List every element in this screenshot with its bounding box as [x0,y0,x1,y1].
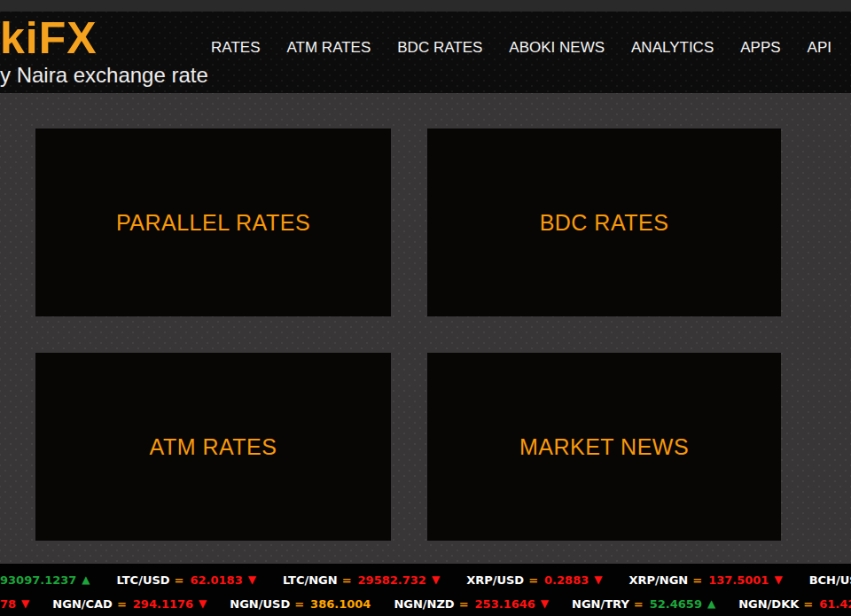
card-label: PARALLEL RATES [116,210,310,236]
pair-label: NGN/CAD [52,592,113,616]
ticker-item-xrp-usd: XRP/USD = 0.2883 ▼ [466,568,602,592]
card-atm-rates[interactable]: ATM RATES [35,353,391,541]
rate-value: 52.4659 [650,592,702,616]
equals-sign: = [459,592,469,616]
main-nav: RATES ATM RATES BDC RATES ABOKI NEWS ANA… [211,36,831,59]
equals-sign: = [803,592,813,616]
ticker-item-ngn-usd: NGN/USD = 386.1004 [230,592,371,616]
site-logo[interactable]: kiFX [0,13,98,63]
pair-label: NGN/NZD [394,592,454,616]
nav-item-analytics[interactable]: ANALYTICS [631,36,714,59]
nav-item-rates[interactable]: RATES [211,36,260,59]
equals-sign: = [634,592,644,616]
card-label: MARKET NEWS [519,434,689,460]
ticker-item-xrp-ngn: XRP/NGN = 137.5001 ▼ [628,568,782,592]
header: kiFX y Naira exchange rate RATES ATM RAT… [0,12,851,93]
rate-value: 386.1004 [310,592,371,616]
rate-value: 137.5001 [708,568,769,592]
equals-sign: = [175,568,184,592]
rates-ticker: 93097.1237 ▲ LTC/USD = 62.0183 ▼ LTC/NGN… [0,564,851,616]
card-parallel-rates[interactable]: PARALLEL RATES [35,129,391,316]
down-arrow-icon: ▼ [774,568,782,592]
rate-value: 78 [0,592,16,616]
down-arrow-icon: ▼ [21,592,29,616]
ticker-row-2: 78 ▼ NGN/CAD = 294.1176 ▼ NGN/USD = 386.… [0,592,851,616]
nav-item-apps[interactable]: APPS [740,36,780,59]
rate-value: 93097.1237 [0,568,76,592]
rate-value: 62.0183 [191,568,243,592]
rate-value: 0.2883 [544,568,589,592]
pair-label: LTC/NGN [283,568,338,592]
main-content: PARALLEL RATES BDC RATES ATM RATES MARKE… [0,93,851,564]
equals-sign: = [294,592,304,616]
nav-item-aboki-news[interactable]: ABOKI NEWS [509,36,605,59]
ticker-item-ngn-nzd: NGN/NZD = 253.1646 ▼ [394,592,549,616]
ticker-item-partial: 93097.1237 ▲ [0,568,90,592]
ticker-item-bch-usd: BCH/USD = [809,568,851,592]
down-arrow-icon: ▼ [199,592,207,616]
site-tagline: y Naira exchange rate [0,63,208,88]
down-arrow-icon: ▼ [432,568,440,592]
down-arrow-icon: ▼ [541,592,549,616]
rate-value: 253.1646 [475,592,535,616]
pair-label: NGN/USD [230,592,290,616]
down-arrow-icon: ▼ [594,568,602,592]
equals-sign: = [528,568,538,592]
ticker-item-ngn-dkk: NGN/DKK = 61.4251 ▼ [738,592,851,616]
ticker-row-1: 93097.1237 ▲ LTC/USD = 62.0183 ▼ LTC/NGN… [0,568,851,592]
down-arrow-icon: ▼ [248,568,256,592]
nav-item-bdc-rates[interactable]: BDC RATES [397,36,482,59]
card-market-news[interactable]: MARKET NEWS [427,353,781,541]
up-arrow-icon: ▲ [82,568,90,592]
nav-item-api[interactable]: API [808,36,831,59]
pair-label: BCH/USD [809,568,851,592]
rate-value: 61.4251 [819,592,851,616]
tile-grid: PARALLEL RATES BDC RATES ATM RATES MARKE… [35,129,781,541]
card-label: ATM RATES [150,434,277,460]
rate-value: 29582.732 [358,568,426,592]
equals-sign: = [117,592,127,616]
equals-sign: = [342,568,352,592]
card-bdc-rates[interactable]: BDC RATES [427,129,781,316]
pair-label: NGN/DKK [738,592,799,616]
equals-sign: = [692,568,702,592]
ticker-item-partial: 78 ▼ [0,592,29,616]
ticker-item-ngn-try: NGN/TRY = 52.4659 ▲ [572,592,715,616]
ticker-item-ltc-usd: LTC/USD = 62.0183 ▼ [117,568,256,592]
top-strip [0,0,851,12]
nav-item-atm-rates[interactable]: ATM RATES [287,36,371,59]
ticker-item-ngn-cad: NGN/CAD = 294.1176 ▼ [52,592,207,616]
pair-label: XRP/USD [466,568,524,592]
pair-label: NGN/TRY [572,592,629,616]
card-label: BDC RATES [540,210,669,236]
rate-value: 294.1176 [133,592,193,616]
pair-label: LTC/USD [117,568,170,592]
up-arrow-icon: ▲ [707,592,715,616]
ticker-item-ltc-ngn: LTC/NGN = 29582.732 ▼ [283,568,440,592]
pair-label: XRP/NGN [628,568,688,592]
